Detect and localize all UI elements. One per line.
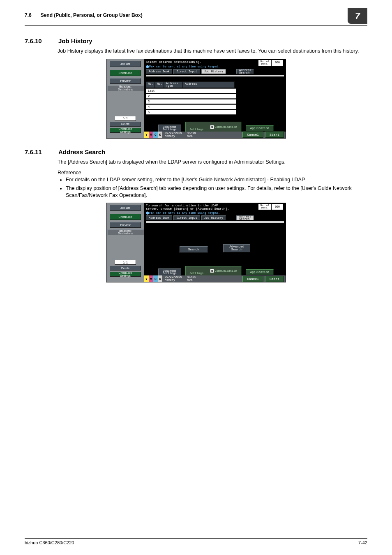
panel-left-column: Job List Check Job Preview Broadcast Des… xyxy=(106,203,144,282)
tab-job-history[interactable]: Job History xyxy=(201,215,226,220)
check-job-settings-button[interactable]: Check Job Settings xyxy=(110,128,141,133)
preview-button[interactable]: Preview xyxy=(110,222,141,228)
destination-tabs: Address Book Direct Input Job History Ad… xyxy=(146,215,255,220)
running-header-title: Send (Public, Personal, or Group User Bo… xyxy=(41,12,143,18)
footer-right: 7-42 xyxy=(358,540,367,545)
section-title: Address Search xyxy=(58,148,105,155)
pager-display: 1/ 1 xyxy=(115,116,136,121)
start-button[interactable]: Start xyxy=(265,132,284,138)
search-buttons: Search Advanced Search xyxy=(144,244,286,253)
table-row[interactable]: Last xyxy=(146,88,236,93)
section-number: 7.6.10 xyxy=(25,37,49,44)
table-row[interactable]: 4 xyxy=(146,104,236,109)
document-settings-tab[interactable]: Document Settings xyxy=(158,125,181,132)
col-address-type: Address Type xyxy=(164,81,183,88)
bottom-tabs: Document Settings ☎Communication Setting… xyxy=(146,269,274,275)
panel-hint: ⬤Fax can be sent at any time using keypa… xyxy=(146,65,220,68)
history-table: No. No. Address Type Address Last 2 3 4 … xyxy=(146,81,283,115)
destination-tabs: Address Book Direct Input Job History Ad… xyxy=(146,69,255,74)
broadcast-label: Broadcast Destinations xyxy=(107,229,143,235)
preview-button[interactable]: Preview xyxy=(110,78,141,84)
tab-direct-input[interactable]: Direct Input xyxy=(173,69,200,74)
col-address: Address xyxy=(183,81,235,88)
application-tab[interactable]: Application xyxy=(246,125,274,131)
table-row[interactable]: 5 xyxy=(146,110,236,115)
col-no: No. xyxy=(155,81,164,88)
status-datetime: 09/29/2009 15:21 Memory 99% xyxy=(165,276,196,282)
list-item: The display position of [Address Search]… xyxy=(66,185,367,199)
cancel-button[interactable]: Cancel xyxy=(242,132,263,138)
advanced-search-button[interactable]: Advanced Search xyxy=(223,244,250,252)
list-item: For details on the LDAP server setting, … xyxy=(66,176,367,183)
tab-address-book[interactable]: Address Book xyxy=(146,215,172,220)
broadcast-label: Broadcast Destinations xyxy=(107,86,143,91)
search-button[interactable]: Search xyxy=(180,246,208,253)
running-header: 7.6 Send (Public, Personal, or Group Use… xyxy=(25,12,367,26)
bottom-tabs: Document Settings ☎Communication Setting… xyxy=(146,125,274,131)
job-list-button[interactable]: Job List xyxy=(110,61,141,67)
panel-headline: To search for a destination in the LDAP … xyxy=(146,204,229,210)
job-list-button[interactable]: Job List xyxy=(110,205,141,211)
section-paragraph: The [Address Search] tab is displayed wh… xyxy=(58,159,367,166)
dest-count-box: No. of Dest. 000 xyxy=(258,204,283,210)
tab-job-history[interactable]: Job History xyxy=(201,69,226,74)
reference-list: For details on the LDAP server setting, … xyxy=(58,176,367,199)
document-settings-tab[interactable]: Document Settings xyxy=(158,268,181,276)
footer-left: bizhub C360/C280/C220 xyxy=(25,540,74,545)
status-bar: Y M C K 09/29/2009 15:19 Memory 99% Canc… xyxy=(144,132,286,138)
cancel-button[interactable]: Cancel xyxy=(242,276,263,282)
section-paragraph: Job History displays the latest five fax… xyxy=(58,48,367,55)
section-heading: 7.6.10 Job History xyxy=(25,37,367,44)
application-tab[interactable]: Application xyxy=(246,269,274,275)
status-datetime: 09/29/2009 15:19 Memory 99% xyxy=(165,132,196,138)
dest-count-box: No. of Dest. 000 xyxy=(258,60,283,66)
start-button[interactable]: Start xyxy=(265,276,284,282)
table-row[interactable]: 2 xyxy=(146,94,236,99)
toner-levels: Y M C K xyxy=(144,275,162,282)
panel-left-column: Job List Check Job Preview Broadcast Des… xyxy=(106,59,144,138)
section-heading: 7.6.11 Address Search xyxy=(25,148,367,155)
section-title: Job History xyxy=(58,37,92,44)
check-job-button[interactable]: Check Job xyxy=(110,70,141,76)
tab-address-search[interactable]: Address Search xyxy=(236,69,254,74)
toner-levels: Y M C K xyxy=(144,132,162,138)
running-header-num: 7.6 xyxy=(25,12,32,18)
panel-hint: ⬤Fax can be sent at any time using keypa… xyxy=(146,211,220,215)
tab-direct-input[interactable]: Direct Input xyxy=(173,215,200,220)
page-footer: bizhub C360/C280/C220 7-42 xyxy=(25,538,367,545)
section-number: 7.6.11 xyxy=(25,148,49,155)
address-search-panel: Job List Check Job Preview Broadcast Des… xyxy=(106,203,286,282)
job-history-panel: Job List Check Job Preview Broadcast Des… xyxy=(106,59,286,139)
pager-display: 1/ 1 xyxy=(115,260,136,265)
delete-button[interactable]: Delete xyxy=(110,122,141,127)
table-row[interactable]: 3 xyxy=(146,99,236,104)
check-job-button[interactable]: Check Job xyxy=(110,214,141,220)
comm-icon: ☎ xyxy=(210,269,214,273)
comm-icon: ☎ xyxy=(210,125,214,129)
panel-headline: Select desired destination(s). xyxy=(146,60,201,64)
delete-button[interactable]: Delete xyxy=(110,266,141,271)
status-bar: Y M C K 09/29/2009 15:21 Memory 99% Canc… xyxy=(144,275,286,282)
tab-address-search[interactable]: Address Search xyxy=(236,215,254,220)
check-job-settings-button[interactable]: Check Job Settings xyxy=(110,272,141,277)
reference-label: Reference xyxy=(58,170,367,176)
col-no-checkbox: No. xyxy=(146,81,155,88)
chapter-number-box: 7 xyxy=(348,8,367,24)
tab-address-book[interactable]: Address Book xyxy=(146,69,172,74)
